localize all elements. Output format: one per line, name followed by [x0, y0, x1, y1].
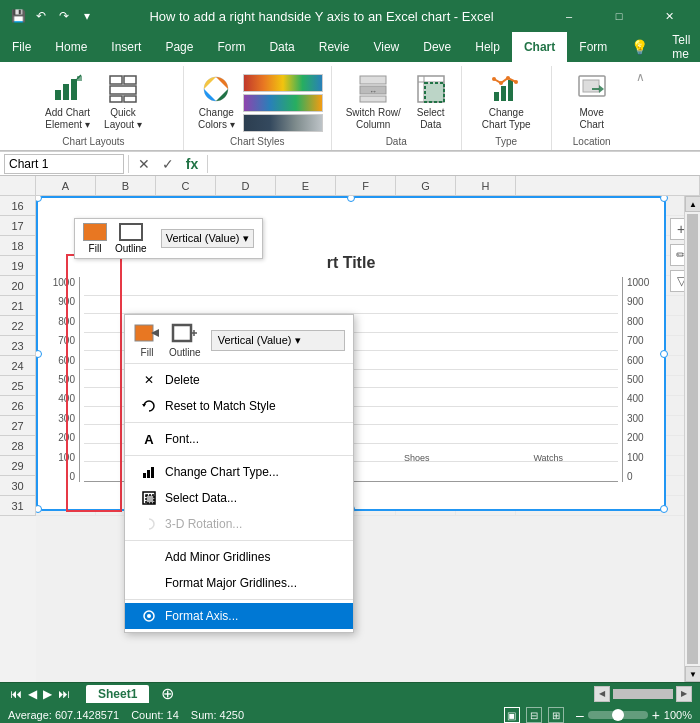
scroll-left-button[interactable]: ◀: [594, 686, 610, 702]
fill-button[interactable]: Fill: [133, 323, 161, 358]
ctx-format-major-gridlines[interactable]: Format Major Gridlines...: [125, 570, 353, 596]
maximize-button[interactable]: □: [596, 0, 642, 32]
h-scroll-thumb[interactable]: [613, 689, 673, 699]
tab-data[interactable]: Data: [257, 32, 306, 62]
outline-button[interactable]: Outline: [169, 323, 201, 358]
ctx-select-data[interactable]: Select Data...: [125, 485, 353, 511]
row-18[interactable]: 18: [0, 236, 36, 256]
row-24[interactable]: 24: [0, 356, 36, 376]
add-sheet-button[interactable]: ⊕: [157, 684, 177, 704]
switch-row-column-button[interactable]: ↔ Switch Row/Column: [340, 70, 407, 134]
row-21[interactable]: 21: [0, 296, 36, 316]
tab-insert[interactable]: Insert: [99, 32, 153, 62]
col-header-f[interactable]: F: [336, 176, 396, 195]
context-axis-dropdown[interactable]: Vertical (Value) ▾: [211, 330, 345, 351]
outline-icon-container[interactable]: [171, 323, 199, 345]
add-chart-element-button[interactable]: Add ChartElement ▾: [39, 70, 96, 134]
fill-color-swatch[interactable]: [83, 223, 107, 241]
ctx-font[interactable]: A Font...: [125, 426, 353, 452]
ctx-format-axis[interactable]: Format Axis...: [125, 603, 353, 629]
row-31[interactable]: 31: [0, 496, 36, 516]
last-sheet-btn[interactable]: ⏭: [56, 685, 72, 703]
formula-input[interactable]: [212, 157, 696, 171]
row-27[interactable]: 27: [0, 416, 36, 436]
zoom-out-btn[interactable]: –: [576, 707, 584, 723]
function-button[interactable]: fx: [181, 154, 203, 174]
tab-form[interactable]: Form: [205, 32, 257, 62]
change-chart-type-button[interactable]: ChangeChart Type: [476, 70, 537, 134]
tab-file[interactable]: File: [0, 32, 43, 62]
tab-format[interactable]: Form: [567, 32, 619, 62]
row-28[interactable]: 28: [0, 436, 36, 456]
scroll-down-button[interactable]: ▼: [685, 666, 700, 682]
tab-review[interactable]: Revie: [307, 32, 362, 62]
col-header-d[interactable]: D: [216, 176, 276, 195]
row-22[interactable]: 22: [0, 316, 36, 336]
cancel-formula-button[interactable]: ✕: [133, 154, 155, 174]
page-layout-btn[interactable]: ⊟: [526, 707, 542, 723]
ctx-add-minor-gridlines[interactable]: Add Minor Gridlines: [125, 544, 353, 570]
style-preset-2[interactable]: [243, 94, 323, 112]
col-header-c[interactable]: C: [156, 176, 216, 195]
row-26[interactable]: 26: [0, 396, 36, 416]
style-preset-3[interactable]: [243, 114, 323, 132]
col-header-e[interactable]: E: [276, 176, 336, 195]
zoom-in-btn[interactable]: +: [652, 707, 660, 723]
tell-me-input[interactable]: Tell me: [660, 32, 700, 62]
ctx-change-chart-type[interactable]: Change Chart Type...: [125, 459, 353, 485]
dropdown-quick-btn[interactable]: ▾: [77, 6, 97, 26]
data-buttons: ↔ Switch Row/Column: [340, 66, 453, 134]
style-preset-1[interactable]: [243, 74, 323, 92]
name-box[interactable]: Chart 1: [4, 154, 124, 174]
row-16[interactable]: 16: [0, 196, 36, 216]
first-sheet-btn[interactable]: ⏮: [8, 685, 24, 703]
confirm-formula-button[interactable]: ✓: [157, 154, 179, 174]
move-chart-button[interactable]: MoveChart: [570, 70, 614, 134]
scroll-right-button[interactable]: ▶: [676, 686, 692, 702]
tab-home[interactable]: Home: [43, 32, 99, 62]
ctx-delete[interactable]: ✕ Delete: [125, 367, 353, 393]
fill-icon-container[interactable]: [133, 323, 161, 345]
prev-sheet-btn[interactable]: ◀: [26, 685, 39, 703]
sheet-tab-sheet1[interactable]: Sheet1: [86, 685, 149, 703]
tab-view[interactable]: View: [361, 32, 411, 62]
normal-view-btn[interactable]: ▣: [504, 707, 520, 723]
change-colors-button[interactable]: ChangeColors ▾: [192, 70, 241, 134]
tab-dev[interactable]: Deve: [411, 32, 463, 62]
scroll-thumb[interactable]: [687, 214, 698, 664]
row-25[interactable]: 25: [0, 376, 36, 396]
row-29[interactable]: 29: [0, 456, 36, 476]
save-quick-btn[interactable]: 💾: [8, 6, 28, 26]
vertical-scrollbar[interactable]: ▲ ▼: [684, 196, 700, 682]
tab-chart[interactable]: Chart: [512, 32, 567, 62]
undo-quick-btn[interactable]: ↶: [31, 6, 51, 26]
col-header-h[interactable]: H: [456, 176, 516, 195]
page-break-btn[interactable]: ⊞: [548, 707, 564, 723]
tab-lightbulb[interactable]: 💡: [619, 32, 660, 62]
ribbon-collapse-button[interactable]: ∧: [632, 66, 645, 150]
zoom-slider[interactable]: [588, 711, 648, 719]
col-header-a[interactable]: A: [36, 176, 96, 195]
change-chart-type-icon: [490, 73, 522, 105]
ctx-reset[interactable]: Reset to Match Style: [125, 393, 353, 419]
row-17[interactable]: 17: [0, 216, 36, 236]
select-data-button[interactable]: SelectData: [409, 70, 453, 134]
outline-swatch[interactable]: [119, 223, 143, 241]
scroll-up-button[interactable]: ▲: [685, 196, 700, 212]
row-20[interactable]: 20: [0, 276, 36, 296]
chart-handle-tc[interactable]: [347, 196, 355, 202]
row-23[interactable]: 23: [0, 336, 36, 356]
row-19[interactable]: 19: [0, 256, 36, 276]
next-sheet-btn[interactable]: ▶: [41, 685, 54, 703]
chart-handle-tl[interactable]: [36, 196, 42, 202]
row-30[interactable]: 30: [0, 476, 36, 496]
tab-page[interactable]: Page: [153, 32, 205, 62]
col-header-g[interactable]: G: [396, 176, 456, 195]
quick-layout-button[interactable]: QuickLayout ▾: [98, 70, 148, 134]
tab-help[interactable]: Help: [463, 32, 512, 62]
redo-quick-btn[interactable]: ↷: [54, 6, 74, 26]
axis-dropdown[interactable]: Vertical (Value) ▾: [161, 229, 254, 248]
close-button[interactable]: ✕: [646, 0, 692, 32]
minimize-button[interactable]: –: [546, 0, 592, 32]
col-header-b[interactable]: B: [96, 176, 156, 195]
